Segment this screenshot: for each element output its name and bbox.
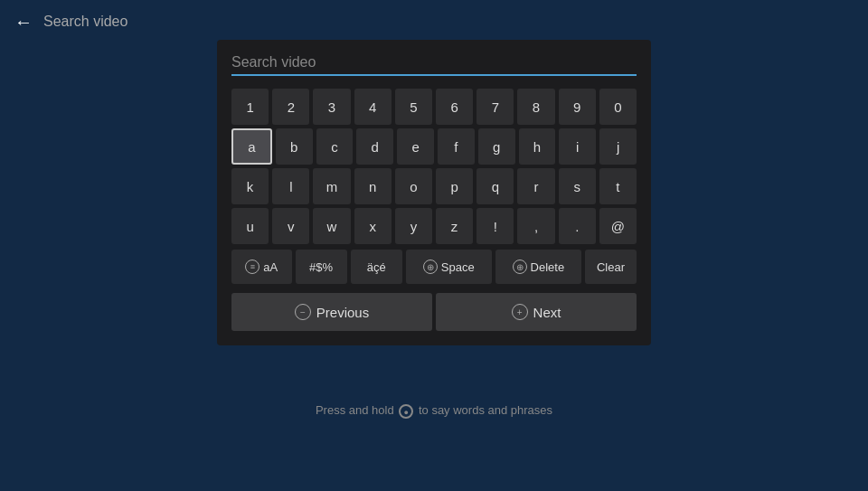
key-z[interactable]: z (436, 208, 473, 244)
previous-icon: − (295, 304, 311, 320)
hint-text: Press and hold ● to say words and phrase… (0, 403, 868, 419)
key-b[interactable]: b (276, 128, 313, 165)
search-input[interactable] (231, 54, 637, 71)
key-n[interactable]: n (354, 168, 392, 204)
key-f[interactable]: f (438, 128, 475, 165)
clear-label: Clear (597, 260, 625, 274)
key-j[interactable]: j (599, 128, 637, 165)
case-toggle-label: aA (263, 260, 278, 274)
space-label: Space (441, 260, 475, 274)
next-button[interactable]: + Next (436, 293, 637, 331)
delete-label: Delete (531, 260, 565, 274)
key-k[interactable]: k (231, 168, 269, 204)
key-m[interactable]: m (313, 168, 350, 204)
clear-button[interactable]: Clear (585, 250, 637, 284)
key-6[interactable]: 6 (436, 89, 473, 125)
key-2[interactable]: 2 (272, 89, 309, 125)
top-title: Search video (43, 14, 127, 30)
key-c[interactable]: c (316, 128, 354, 165)
key-w[interactable]: w (313, 208, 350, 244)
keyboard-row-kt: k l m n o p q r s t (231, 168, 637, 204)
key-l[interactable]: l (272, 168, 309, 204)
keyboard: 1 2 3 4 5 6 7 8 9 0 a b c d e f g h i j … (231, 89, 637, 331)
key-t[interactable]: t (599, 168, 637, 204)
mic-icon: ● (399, 404, 413, 419)
key-at[interactable]: @ (599, 208, 637, 244)
key-0[interactable]: 0 (599, 89, 637, 125)
key-i[interactable]: i (559, 128, 596, 165)
key-x[interactable]: x (354, 208, 392, 244)
search-dialog: 1 2 3 4 5 6 7 8 9 0 a b c d e f g h i j … (217, 40, 651, 345)
key-e[interactable]: e (397, 128, 434, 165)
search-input-wrapper (231, 54, 637, 76)
next-icon: + (512, 304, 528, 320)
key-g[interactable]: g (478, 128, 515, 165)
key-d[interactable]: d (356, 128, 393, 165)
keyboard-nav-row: − Previous + Next (231, 293, 637, 331)
key-8[interactable]: 8 (517, 89, 554, 125)
key-1[interactable]: 1 (231, 89, 269, 125)
accent-button[interactable]: äçé (351, 250, 402, 284)
previous-label: Previous (316, 305, 369, 320)
key-3[interactable]: 3 (313, 89, 350, 125)
hint-after: to say words and phrases (419, 403, 552, 417)
key-exclaim[interactable]: ! (476, 208, 514, 244)
key-y[interactable]: y (395, 208, 432, 244)
key-v[interactable]: v (272, 208, 309, 244)
key-9[interactable]: 9 (559, 89, 596, 125)
keyboard-special-row: ≡ aA #$% äçé ⊕ Space ⊕ Delete Clear (231, 250, 637, 284)
symbols-label: #$% (309, 260, 333, 274)
key-4[interactable]: 4 (354, 89, 392, 125)
key-q[interactable]: q (476, 168, 514, 204)
key-o[interactable]: o (395, 168, 432, 204)
hint-before: Press and hold (316, 403, 394, 417)
back-button[interactable]: ← (14, 12, 33, 33)
space-button[interactable]: ⊕ Space (406, 250, 492, 284)
key-a[interactable]: a (231, 128, 272, 165)
next-label: Next (533, 305, 561, 320)
key-r[interactable]: r (517, 168, 554, 204)
key-s[interactable]: s (559, 168, 596, 204)
symbols-button[interactable]: #$% (296, 250, 347, 284)
accent-label: äçé (367, 260, 386, 274)
key-comma[interactable]: , (517, 208, 554, 244)
delete-button[interactable]: ⊕ Delete (495, 250, 581, 284)
keyboard-row-uz: u v w x y z ! , . @ (231, 208, 637, 244)
top-bar: ← Search video (0, 0, 868, 43)
key-5[interactable]: 5 (395, 89, 432, 125)
key-u[interactable]: u (231, 208, 269, 244)
key-period[interactable]: . (559, 208, 596, 244)
key-h[interactable]: h (519, 128, 556, 165)
key-p[interactable]: p (436, 168, 473, 204)
previous-button[interactable]: − Previous (231, 293, 432, 331)
key-7[interactable]: 7 (476, 89, 514, 125)
keyboard-row-aj: a b c d e f g h i j (231, 128, 637, 165)
keyboard-row-numbers: 1 2 3 4 5 6 7 8 9 0 (231, 89, 637, 125)
case-toggle-button[interactable]: ≡ aA (231, 250, 292, 284)
